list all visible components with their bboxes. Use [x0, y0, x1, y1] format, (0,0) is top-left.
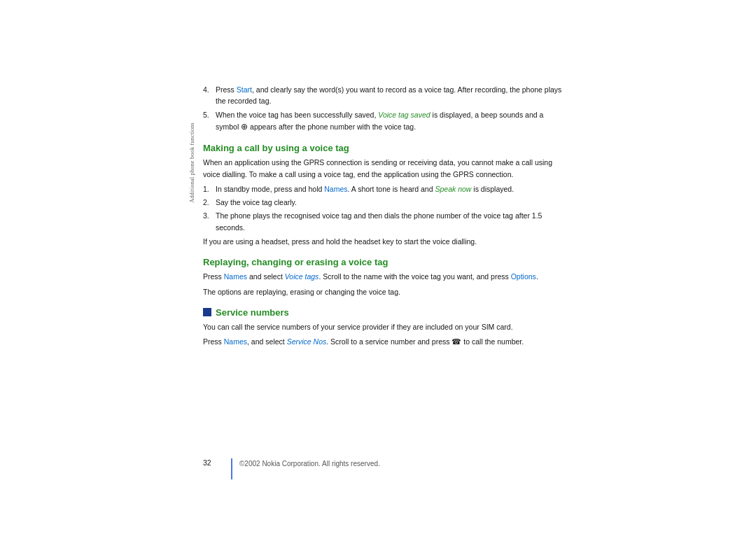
section1-step3-text: The phone plays the recognised voice tag…	[216, 210, 567, 233]
content-area: 4. Press Start, and clearly say the word…	[203, 84, 567, 351]
voice-tag-symbol: ⊕	[241, 122, 248, 132]
footer-divider	[231, 458, 232, 479]
section1-step2-text: Say the voice tag clearly.	[216, 197, 567, 208]
page-number: 32	[203, 458, 224, 467]
step-4: 4. Press Start, and clearly say the word…	[203, 84, 567, 107]
section2-heading: Replaying, changing or erasing a voice t…	[203, 257, 567, 267]
section1-step3-num: 3.	[203, 210, 216, 233]
section3-heading-text: Service numbers	[216, 307, 289, 318]
step-5-text: When the voice tag has been successfully…	[216, 109, 567, 134]
section1-step3: 3. The phone plays the recognised voice …	[203, 210, 567, 233]
names-link-2[interactable]: Names	[224, 272, 247, 281]
speak-now-link[interactable]: Speak now	[435, 185, 471, 193]
voice-tag-saved-link[interactable]: Voice tag saved	[378, 111, 430, 119]
names-link-3[interactable]: Names	[224, 337, 247, 346]
section1-step1: 1. In standby mode, press and hold Names…	[203, 183, 567, 195]
footer: 32 ©2002 Nokia Corporation. All rights r…	[203, 458, 567, 479]
section2-para1: Press Names and select Voice tags. Scrol…	[203, 271, 567, 282]
section1-step2-num: 2.	[203, 197, 216, 208]
step-4-num: 4.	[203, 84, 216, 107]
options-link[interactable]: Options	[511, 272, 536, 281]
step-5: 5. When the voice tag has been successfu…	[203, 109, 567, 134]
service-nos-link[interactable]: Service Nos	[287, 337, 327, 346]
footer-copyright: ©2002 Nokia Corporation. All rights rese…	[239, 458, 380, 468]
section2-para2: The options are replaying, erasing or ch…	[203, 286, 567, 297]
section1-note: If you are using a headset, press and ho…	[203, 236, 567, 247]
start-link[interactable]: Start	[237, 85, 252, 94]
section1-step1-text: In standby mode, press and hold Names. A…	[216, 183, 567, 195]
section3-para1: You can call the service numbers of your…	[203, 321, 567, 332]
section3-heading-container: Service numbers	[203, 307, 567, 318]
section1-step2: 2. Say the voice tag clearly.	[203, 197, 567, 208]
sidebar-label: Additional phone book functions	[189, 122, 195, 203]
names-link-1[interactable]: Names	[324, 185, 347, 193]
page: Additional phone book functions 4. Press…	[0, 0, 756, 534]
voice-tags-link[interactable]: Voice tags	[285, 272, 319, 281]
section1-heading: Making a call by using a voice tag	[203, 143, 567, 153]
section3-para2: Press Names, and select Service Nos. Scr…	[203, 336, 567, 348]
section1-para1: When an application using the GPRS conne…	[203, 157, 567, 180]
step-5-num: 5.	[203, 109, 216, 134]
blue-square-icon	[203, 308, 211, 316]
section1-step1-num: 1.	[203, 183, 216, 195]
phone-call-icon: ☎	[451, 336, 461, 348]
step-4-text: Press Start, and clearly say the word(s)…	[216, 84, 567, 107]
